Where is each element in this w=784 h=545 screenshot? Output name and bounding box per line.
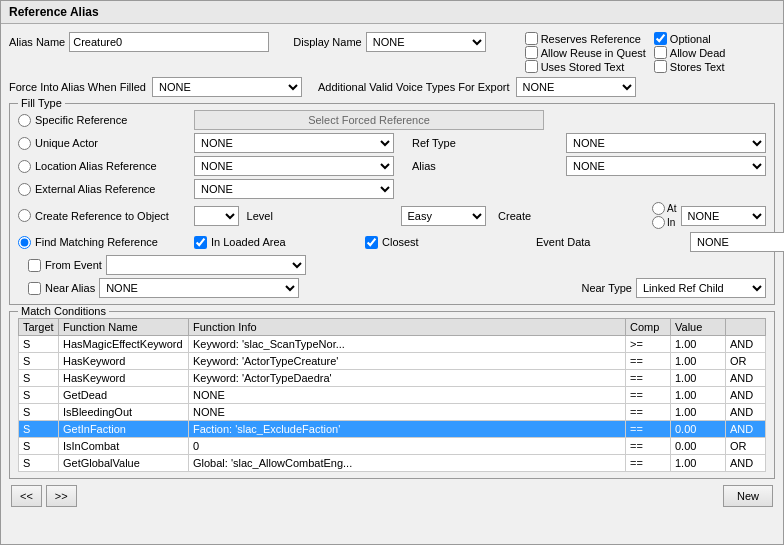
allow-reuse-check[interactable]: Allow Reuse in Quest [525,46,646,59]
level-label: Level [247,210,397,222]
new-button[interactable]: New [723,485,773,507]
specific-reference-row: Specific Reference Select Forced Referen… [18,110,766,130]
near-alias-select[interactable]: NONE [99,278,299,298]
create-reference-radio[interactable] [18,209,31,222]
col-function-info: Function Info [189,319,626,336]
table-row[interactable]: SGetDeadNONE==1.00AND [19,387,766,404]
create-location-select[interactable]: NONE [681,206,767,226]
from-event-select[interactable] [106,255,306,275]
create-object-select[interactable] [194,206,239,226]
table-row[interactable]: SHasMagicEffectKeywordKeyword: 'slac_Sca… [19,336,766,353]
match-conditions-table: Target Function Name Function Info Comp … [18,318,766,472]
match-conditions-group: Match Conditions Target Function Name Fu… [9,311,775,479]
level-select[interactable]: Easy [401,206,487,226]
fill-type-title: Fill Type [18,97,65,109]
external-alias-select[interactable]: NONE [194,179,394,199]
find-matching-radio[interactable] [18,236,31,249]
location-alias-radio[interactable] [18,160,31,173]
unique-actor-radio[interactable] [18,137,31,150]
from-event-row: From Event [28,255,306,275]
location-alias-row: Location Alias Reference NONE Alias NONE [18,156,766,176]
reserves-reference-check[interactable]: Reserves Reference [525,32,646,45]
alias-select[interactable]: NONE [566,156,766,176]
event-data-select[interactable]: NONE [690,232,784,252]
col-value: Value [671,319,726,336]
bottom-bar: << >> New [9,485,775,507]
col-extra [726,319,766,336]
nav-buttons: << >> [11,485,77,507]
near-alias-row: Near Alias NONE [28,278,306,298]
alias-label: Alias [412,160,562,172]
unique-actor-row: Unique Actor NONE Ref Type NONE [18,133,766,153]
table-row[interactable]: SIsBleedingOutNONE==1.00AND [19,404,766,421]
uses-stored-text-check[interactable]: Uses Stored Text [525,60,646,73]
select-forced-ref-btn[interactable]: Select Forced Reference [194,110,544,130]
stores-text-check[interactable]: Stores Text [654,60,775,73]
external-alias-radio[interactable] [18,183,31,196]
table-row[interactable]: SIsInCombat0==0.00OR [19,438,766,455]
in-radio-row[interactable]: In [652,216,676,229]
optional-check[interactable]: Optional [654,32,775,45]
create-label: Create [498,210,648,222]
from-event-check[interactable] [28,259,41,272]
next-button[interactable]: >> [46,485,77,507]
in-loaded-area-check[interactable] [194,236,207,249]
ref-type-label: Ref Type [412,137,562,149]
event-data-label: Event Data [536,236,686,248]
at-radio-row[interactable]: At [652,202,676,215]
col-target: Target [19,319,59,336]
find-matching-row: Find Matching Reference In Loaded Area C… [18,232,766,252]
force-alias-select[interactable]: NONE [152,77,302,97]
in-radio[interactable] [652,216,665,229]
closest-check[interactable] [365,236,378,249]
external-alias-row: External Alias Reference NONE [18,179,766,199]
table-row[interactable]: SGetGlobalValueGlobal: 'slac_AllowCombat… [19,455,766,472]
table-row[interactable]: SHasKeywordKeyword: 'ActorTypeDaedra'==1… [19,370,766,387]
match-conditions-title: Match Conditions [18,305,109,317]
prev-button[interactable]: << [11,485,42,507]
near-alias-check[interactable] [28,282,41,295]
force-alias-label: Force Into Alias When Filled [9,81,146,93]
ref-type-select[interactable]: NONE [566,133,766,153]
alias-name-input[interactable] [69,32,269,52]
table-row[interactable]: SGetInFactionFaction: 'slac_ExcludeFacti… [19,421,766,438]
at-radio[interactable] [652,202,665,215]
near-type-label: Near Type [581,282,632,294]
unique-actor-select[interactable]: NONE [194,133,394,153]
fill-type-group: Fill Type Specific Reference Select Forc… [9,103,775,305]
location-alias-select[interactable]: NONE [194,156,394,176]
window-title: Reference Alias [1,1,783,24]
create-reference-row: Create Reference to Object Level Easy Cr… [18,202,766,229]
table-row[interactable]: SHasKeywordKeyword: 'ActorTypeCreature'=… [19,353,766,370]
voice-types-label: Additional Valid Voice Types For Export [318,81,510,93]
col-function-name: Function Name [59,319,189,336]
display-name-select[interactable]: NONE [366,32,486,52]
allow-dead-check[interactable]: Allow Dead [654,46,775,59]
col-comp: Comp [626,319,671,336]
display-name-label: Display Name [293,36,361,48]
reference-alias-window: Reference Alias Alias Name Display Name … [0,0,784,545]
near-type-select[interactable]: Linked Ref Child [636,278,766,298]
alias-name-label: Alias Name [9,36,65,48]
voice-types-select[interactable]: NONE [516,77,636,97]
specific-reference-radio[interactable] [18,114,31,127]
